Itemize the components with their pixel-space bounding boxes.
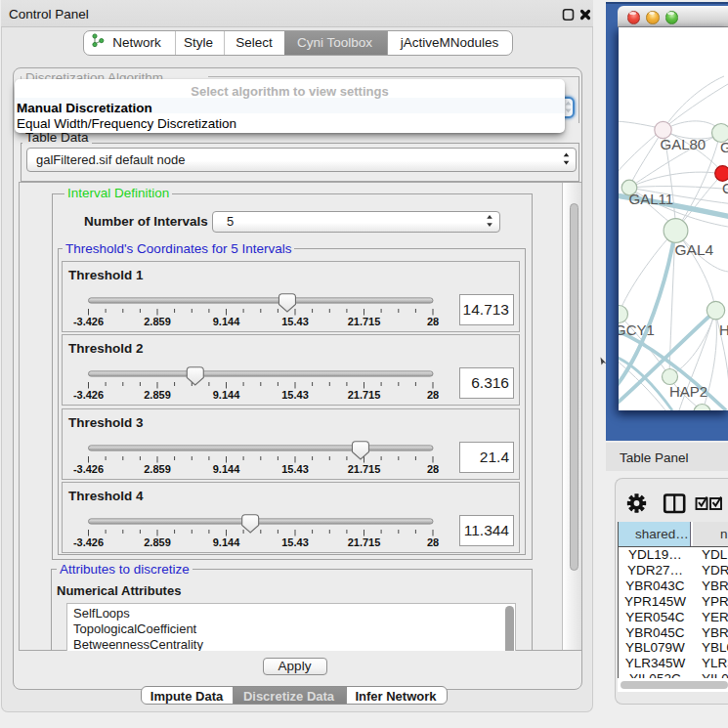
- svg-text:9.144: 9.144: [213, 316, 240, 327]
- svg-text:15.43: 15.43: [281, 463, 309, 475]
- svg-text:-3.426: -3.426: [73, 389, 104, 401]
- svg-text:2.859: 2.859: [144, 316, 171, 327]
- svg-text:9.144: 9.144: [213, 536, 240, 548]
- svg-text:28: 28: [427, 463, 439, 475]
- svg-text:G.: G.: [720, 139, 728, 155]
- svg-text:15.43: 15.43: [281, 316, 309, 327]
- svg-text:-3.426: -3.426: [73, 316, 104, 327]
- svg-text:28: 28: [427, 536, 439, 548]
- svg-text:28: 28: [427, 316, 439, 327]
- svg-text:21.715: 21.715: [348, 463, 381, 475]
- svg-text:21.715: 21.715: [348, 316, 381, 327]
- svg-text:15.43: 15.43: [281, 389, 309, 401]
- svg-text:GAL11: GAL11: [628, 191, 673, 207]
- svg-text:9.144: 9.144: [213, 463, 240, 475]
- svg-text:-3.426: -3.426: [73, 463, 104, 475]
- svg-text:21.715: 21.715: [348, 536, 381, 548]
- svg-text:21.715: 21.715: [348, 389, 381, 401]
- svg-text:GAL80: GAL80: [660, 136, 706, 152]
- svg-text:-3.426: -3.426: [73, 536, 104, 548]
- svg-text:H: H: [719, 321, 728, 338]
- svg-text:15.43: 15.43: [281, 536, 309, 548]
- svg-text:2.859: 2.859: [144, 463, 171, 475]
- svg-text:2.859: 2.859: [144, 389, 171, 401]
- svg-text:2.859: 2.859: [144, 536, 171, 548]
- svg-text:GAL4: GAL4: [674, 241, 713, 258]
- svg-text:9.144: 9.144: [213, 389, 240, 401]
- svg-text:28: 28: [427, 389, 439, 401]
- svg-text:HAP2: HAP2: [669, 383, 707, 400]
- svg-text:GCY1: GCY1: [619, 321, 655, 338]
- svg-text:C: C: [722, 180, 728, 196]
